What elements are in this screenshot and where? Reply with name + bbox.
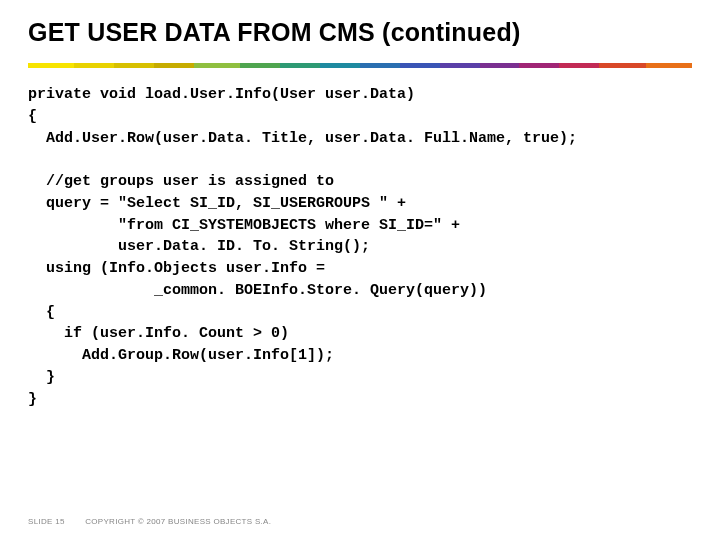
content-area: private void load.User.Info(User user.Da… xyxy=(0,68,720,410)
footer-slide-number: SLIDE 15 xyxy=(28,517,65,526)
page-title: GET USER DATA FROM CMS (continued) xyxy=(28,18,692,47)
footer: SLIDE 15 COPYRIGHT © 2007 BUSINESS OBJEC… xyxy=(28,517,271,526)
title-block: GET USER DATA FROM CMS (continued) xyxy=(0,0,720,57)
footer-copyright: COPYRIGHT © 2007 BUSINESS OBJECTS S.A. xyxy=(85,517,271,526)
code-block: private void load.User.Info(User user.Da… xyxy=(28,84,692,410)
